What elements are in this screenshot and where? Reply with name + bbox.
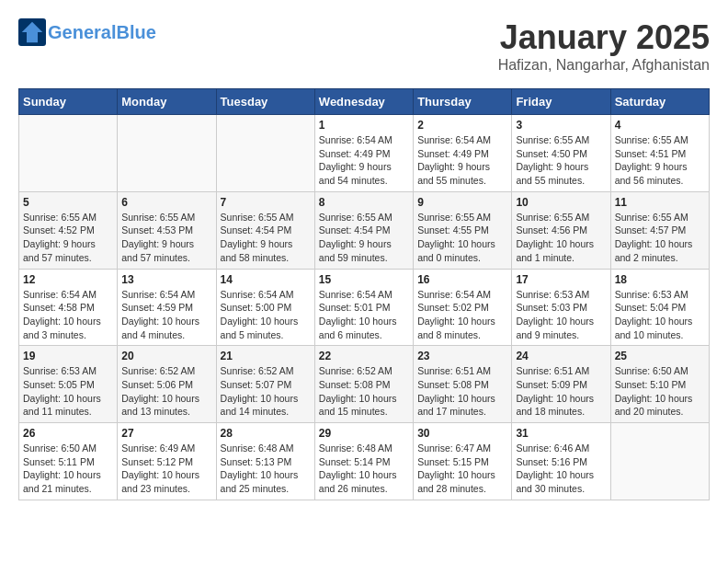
calendar-cell: 27Sunrise: 6:49 AM Sunset: 5:12 PM Dayli… [118,423,216,500]
day-info: Sunrise: 6:55 AM Sunset: 4:56 PM Dayligh… [516,211,606,265]
day-info: Sunrise: 6:55 AM Sunset: 4:53 PM Dayligh… [121,211,211,265]
day-number: 9 [417,196,507,209]
calendar-body: 1Sunrise: 6:54 AM Sunset: 4:49 PM Daylig… [19,115,710,500]
day-number: 23 [417,350,507,362]
day-info: Sunrise: 6:53 AM Sunset: 5:05 PM Dayligh… [23,364,113,419]
day-number: 19 [23,350,113,362]
day-info: Sunrise: 6:48 AM Sunset: 5:13 PM Dayligh… [221,442,311,496]
day-info: Sunrise: 6:50 AM Sunset: 5:11 PM Dayligh… [23,442,113,496]
day-number: 3 [516,119,606,132]
calendar-cell [19,115,118,192]
logo: GeneralBlue [18,18,156,46]
day-info: Sunrise: 6:47 AM Sunset: 5:15 PM Dayligh… [417,442,507,496]
day-info: Sunrise: 6:52 AM Sunset: 5:06 PM Dayligh… [121,364,211,419]
day-number: 11 [615,196,705,209]
calendar-cell: 13Sunrise: 6:54 AM Sunset: 4:59 PM Dayli… [118,269,216,346]
day-info: Sunrise: 6:54 AM Sunset: 4:58 PM Dayligh… [23,288,113,342]
calendar-cell: 16Sunrise: 6:54 AM Sunset: 5:02 PM Dayli… [414,269,512,346]
day-info: Sunrise: 6:53 AM Sunset: 5:03 PM Dayligh… [516,288,606,342]
day-info: Sunrise: 6:54 AM Sunset: 4:59 PM Dayligh… [121,288,211,342]
day-info: Sunrise: 6:55 AM Sunset: 4:51 PM Dayligh… [615,133,705,188]
calendar-cell: 8Sunrise: 6:55 AM Sunset: 4:54 PM Daylig… [314,191,413,269]
calendar-cell: 18Sunrise: 6:53 AM Sunset: 5:04 PM Dayli… [610,269,709,346]
calendar-cell: 1Sunrise: 6:54 AM Sunset: 4:49 PM Daylig… [314,115,413,192]
day-info: Sunrise: 6:55 AM Sunset: 4:57 PM Dayligh… [615,211,705,265]
month-title: January 2025 [498,18,710,57]
calendar-cell: 24Sunrise: 6:51 AM Sunset: 5:09 PM Dayli… [512,346,610,423]
calendar-cell: 10Sunrise: 6:55 AM Sunset: 4:56 PM Dayli… [512,191,610,269]
calendar-cell: 26Sunrise: 6:50 AM Sunset: 5:11 PM Dayli… [19,423,118,500]
title-section: January 2025 Hafizan, Nangarhar, Afghani… [498,18,710,74]
day-number: 27 [121,427,211,440]
calendar-cell [118,115,216,192]
calendar-cell: 25Sunrise: 6:50 AM Sunset: 5:10 PM Dayli… [610,346,709,423]
day-number: 4 [615,119,705,132]
calendar-cell: 4Sunrise: 6:55 AM Sunset: 4:51 PM Daylig… [610,115,709,192]
calendar-cell: 5Sunrise: 6:55 AM Sunset: 4:52 PM Daylig… [19,191,118,269]
logo-icon [18,18,46,46]
calendar-cell: 17Sunrise: 6:53 AM Sunset: 5:03 PM Dayli… [512,269,610,346]
calendar-cell: 2Sunrise: 6:54 AM Sunset: 4:49 PM Daylig… [414,115,512,192]
calendar-week-row: 12Sunrise: 6:54 AM Sunset: 4:58 PM Dayli… [19,269,710,346]
day-info: Sunrise: 6:51 AM Sunset: 5:09 PM Dayligh… [516,364,606,419]
weekday-header: Tuesday [216,89,314,115]
weekday-header: Wednesday [314,89,413,115]
day-info: Sunrise: 6:55 AM Sunset: 4:50 PM Dayligh… [516,133,606,188]
day-number: 16 [417,273,507,286]
weekday-header: Sunday [19,89,118,115]
day-number: 21 [221,350,311,362]
day-info: Sunrise: 6:52 AM Sunset: 5:07 PM Dayligh… [221,364,311,419]
calendar-table: SundayMondayTuesdayWednesdayThursdayFrid… [18,88,710,500]
day-info: Sunrise: 6:55 AM Sunset: 4:54 PM Dayligh… [221,211,311,265]
logo-line1: General [48,22,116,42]
calendar-cell: 21Sunrise: 6:52 AM Sunset: 5:07 PM Dayli… [216,346,314,423]
page-header: GeneralBlue January 2025 Hafizan, Nangar… [18,18,710,74]
day-number: 14 [221,273,311,286]
day-number: 1 [319,119,409,132]
calendar-cell: 11Sunrise: 6:55 AM Sunset: 4:57 PM Dayli… [610,191,709,269]
calendar-week-row: 5Sunrise: 6:55 AM Sunset: 4:52 PM Daylig… [19,191,710,269]
day-info: Sunrise: 6:46 AM Sunset: 5:16 PM Dayligh… [516,442,606,496]
day-number: 18 [615,273,705,286]
calendar-week-row: 1Sunrise: 6:54 AM Sunset: 4:49 PM Daylig… [19,115,710,192]
calendar-cell: 22Sunrise: 6:52 AM Sunset: 5:08 PM Dayli… [314,346,413,423]
weekday-header: Saturday [610,89,709,115]
day-number: 13 [121,273,211,286]
calendar-cell: 30Sunrise: 6:47 AM Sunset: 5:15 PM Dayli… [414,423,512,500]
day-info: Sunrise: 6:55 AM Sunset: 4:54 PM Dayligh… [319,211,409,265]
day-info: Sunrise: 6:54 AM Sunset: 5:01 PM Dayligh… [319,288,409,342]
day-info: Sunrise: 6:52 AM Sunset: 5:08 PM Dayligh… [319,364,409,419]
day-number: 29 [319,427,409,440]
calendar-cell: 14Sunrise: 6:54 AM Sunset: 5:00 PM Dayli… [216,269,314,346]
logo-text: GeneralBlue [48,22,156,42]
calendar-header-row: SundayMondayTuesdayWednesdayThursdayFrid… [19,89,710,115]
day-number: 10 [516,196,606,209]
day-number: 24 [516,350,606,362]
day-info: Sunrise: 6:49 AM Sunset: 5:12 PM Dayligh… [121,442,211,496]
day-number: 7 [221,196,311,209]
calendar-cell: 19Sunrise: 6:53 AM Sunset: 5:05 PM Dayli… [19,346,118,423]
calendar-cell: 29Sunrise: 6:48 AM Sunset: 5:14 PM Dayli… [314,423,413,500]
day-number: 22 [319,350,409,362]
day-number: 6 [121,196,211,209]
day-number: 26 [23,427,113,440]
day-number: 31 [516,427,606,440]
day-info: Sunrise: 6:50 AM Sunset: 5:10 PM Dayligh… [615,364,705,419]
calendar-cell: 6Sunrise: 6:55 AM Sunset: 4:53 PM Daylig… [118,191,216,269]
day-number: 25 [615,350,705,362]
calendar-cell: 7Sunrise: 6:55 AM Sunset: 4:54 PM Daylig… [216,191,314,269]
day-info: Sunrise: 6:55 AM Sunset: 4:55 PM Dayligh… [417,211,507,265]
calendar-header: SundayMondayTuesdayWednesdayThursdayFrid… [19,89,710,115]
day-number: 30 [417,427,507,440]
weekday-header: Thursday [414,89,512,115]
day-info: Sunrise: 6:55 AM Sunset: 4:52 PM Dayligh… [23,211,113,265]
calendar-cell: 9Sunrise: 6:55 AM Sunset: 4:55 PM Daylig… [414,191,512,269]
calendar-cell: 15Sunrise: 6:54 AM Sunset: 5:01 PM Dayli… [314,269,413,346]
day-info: Sunrise: 6:51 AM Sunset: 5:08 PM Dayligh… [417,364,507,419]
calendar-cell [216,115,314,192]
calendar-week-row: 26Sunrise: 6:50 AM Sunset: 5:11 PM Dayli… [19,423,710,500]
day-number: 8 [319,196,409,209]
day-number: 5 [23,196,113,209]
day-info: Sunrise: 6:54 AM Sunset: 5:02 PM Dayligh… [417,288,507,342]
day-number: 28 [221,427,311,440]
